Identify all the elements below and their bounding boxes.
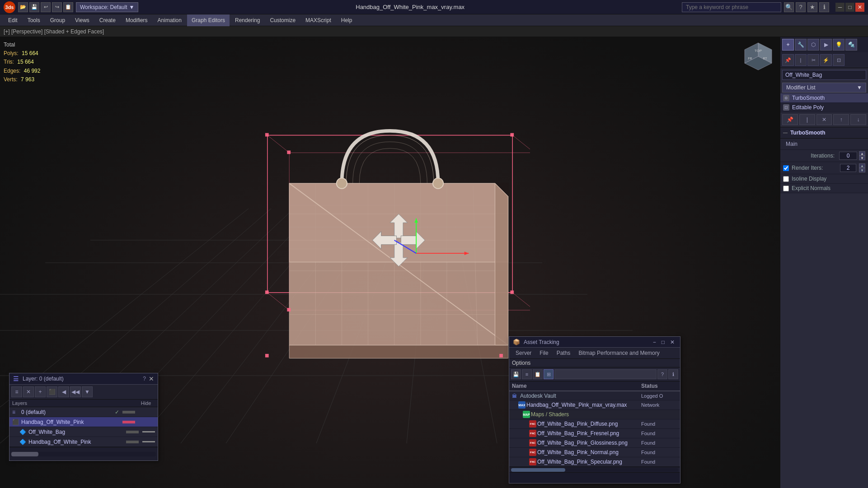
asset-menu-options[interactable]: Options xyxy=(512,359,530,367)
menu-edit[interactable]: Edit xyxy=(4,14,22,26)
pin-stack-button[interactable]: 📌 xyxy=(782,114,798,125)
delete-mod-button[interactable]: ✕ xyxy=(816,114,832,125)
modifier-stack: ⊛ TurboSmooth ⊡ Editable Poly xyxy=(780,93,868,112)
menu-rendering[interactable]: Rendering xyxy=(230,14,264,26)
layer-item[interactable]: ⬛ Handbag_Off_White_Pink xyxy=(9,417,158,427)
asset-row-fresnel[interactable]: FNC Off_White_Bag_Pink_Fresnel.png Found xyxy=(509,429,680,438)
menu-maxscript[interactable]: MAXScript xyxy=(301,14,336,26)
asset-row-diffuse[interactable]: FNC Off_White_Bag_Pink_Diffuse.png Found xyxy=(509,419,680,429)
layer-close-button[interactable]: ✕ xyxy=(149,375,154,382)
undo-button[interactable]: ↩ xyxy=(41,2,51,12)
layer-dialog: ☰ Layer: 0 (default) ? ✕ ≡ ✕ + ⬛ ◀ ◀◀ xyxy=(9,373,158,461)
layer-arrow1-button[interactable]: ◀ xyxy=(58,386,69,397)
asset-close-button[interactable]: ✕ xyxy=(668,339,676,345)
asset-help-button[interactable]: ? xyxy=(657,369,667,379)
motion-tab[interactable]: ▶ xyxy=(820,39,832,51)
menu-customize[interactable]: Customize xyxy=(265,14,300,26)
layer-expand-button[interactable]: ⬛ xyxy=(47,386,57,397)
menu-graph-editors[interactable]: Graph Editors xyxy=(187,14,230,26)
search-icon[interactable]: 🔍 xyxy=(784,2,794,12)
show-hide-button[interactable]: | xyxy=(799,114,815,125)
move-down-button[interactable]: ↓ xyxy=(850,114,866,125)
layer-scrollbar[interactable] xyxy=(9,447,158,460)
layer-menu-button[interactable]: ≡ xyxy=(11,386,22,397)
asset-menu-paths[interactable]: Paths xyxy=(553,349,574,357)
object-name-input[interactable] xyxy=(782,70,866,80)
layer-delete-button[interactable]: ✕ xyxy=(23,386,34,397)
asset-row-vault[interactable]: 🏛 Autodesk Vault Logged O xyxy=(509,391,680,400)
asset-save-button[interactable]: 💾 xyxy=(511,369,521,379)
menu-tools[interactable]: Tools xyxy=(23,14,45,26)
asset-scrollbar[interactable] xyxy=(509,467,680,472)
hierarchy-tab[interactable]: ⬡ xyxy=(807,39,819,51)
asset-menu-file[interactable]: File xyxy=(536,349,552,357)
utilities-tab[interactable]: 🔩 xyxy=(845,39,857,51)
main-label-row: Main xyxy=(780,139,868,150)
asset-minimize-button[interactable]: − xyxy=(651,339,658,345)
modifier-editable-poly[interactable]: ⊡ Editable Poly xyxy=(780,103,868,112)
redo-button[interactable]: ↪ xyxy=(52,2,62,12)
layer-item[interactable]: 🔷 Handbag_Off_White_Pink xyxy=(9,437,158,447)
iterations-input[interactable] xyxy=(839,152,857,160)
asset-row-specular[interactable]: FNC Off_White_Bag_Pink_Specular.png Foun… xyxy=(509,457,680,467)
copy-button[interactable]: 📋 xyxy=(63,2,73,12)
layer-arrow3-button[interactable]: ▼ xyxy=(82,386,93,397)
layer-item[interactable]: 🔷 Off_White_Bag xyxy=(9,427,158,437)
asset-row-maps[interactable]: MAP Maps / Shaders xyxy=(509,410,680,419)
turbosmooth-header[interactable]: ─ TurboSmooth xyxy=(780,127,868,139)
asset-menu-bitmap[interactable]: Bitmap Performance and Memory xyxy=(575,349,663,357)
mod-sel4-icon[interactable]: ⊡ xyxy=(833,54,845,66)
asset-menu-server[interactable]: Server xyxy=(512,349,535,357)
isoline-checkbox[interactable] xyxy=(783,176,789,182)
asset-row-glossiness[interactable]: FNC Off_White_Bag_Pink_Glossiness.png Fo… xyxy=(509,438,680,448)
search-input[interactable] xyxy=(682,2,781,12)
layer-arrow2-button[interactable]: ◀◀ xyxy=(70,386,81,397)
mod-sel3-icon[interactable]: ⚡ xyxy=(820,54,832,66)
save-button[interactable]: 💾 xyxy=(29,2,39,12)
open-button[interactable]: 📂 xyxy=(18,2,28,12)
render-iters-checkbox[interactable] xyxy=(783,165,789,171)
asset-maximize-button[interactable]: □ xyxy=(660,339,666,345)
asset-list-button[interactable]: ≡ xyxy=(522,369,532,379)
help-icon[interactable]: ? xyxy=(796,2,806,12)
render-iters-input[interactable] xyxy=(840,164,856,172)
menu-modifiers[interactable]: Modifiers xyxy=(121,14,152,26)
asset-grid-button[interactable]: 📋 xyxy=(533,369,543,379)
create-tab[interactable]: ✦ xyxy=(782,39,794,51)
modify-tab[interactable]: 🔧 xyxy=(795,39,807,51)
star-icon[interactable]: ★ xyxy=(807,2,817,12)
asset-info-button[interactable]: ℹ xyxy=(668,369,678,379)
mod-pin-icon[interactable]: 📌 xyxy=(782,54,794,66)
layer-help-button[interactable]: ? xyxy=(143,376,146,382)
viewport[interactable]: Total Polys: 15 664 Tris: 15 664 Edges: … xyxy=(0,37,780,488)
layer-add-button[interactable]: + xyxy=(35,386,46,397)
menu-group[interactable]: Group xyxy=(46,14,70,26)
display-tab[interactable]: 💡 xyxy=(833,39,845,51)
minimize-button[interactable]: ─ xyxy=(835,3,845,12)
asset-detail-button[interactable]: ⊞ xyxy=(544,369,554,379)
workspace-selector[interactable]: Workspace: Default ▼ xyxy=(76,2,138,12)
view-cube[interactable]: TOP FR RT xyxy=(740,41,776,77)
right-panel: ✦ 🔧 ⬡ ▶ 💡 🔩 📌 | ✂ ⚡ ⊡ Modifier List ▼ ⊛ … xyxy=(780,37,868,488)
menu-help[interactable]: Help xyxy=(337,14,357,26)
asset-row-normal[interactable]: FNC Off_White_Bag_Pink_Normal.png Found xyxy=(509,448,680,457)
move-up-button[interactable]: ↑ xyxy=(833,114,849,125)
mod-sel2-icon[interactable]: ✂ xyxy=(807,54,819,66)
iterations-up[interactable]: ▲ xyxy=(859,151,865,156)
maximize-button[interactable]: □ xyxy=(845,3,854,12)
iterations-down[interactable]: ▼ xyxy=(859,156,865,160)
info-icon[interactable]: ℹ xyxy=(819,2,829,12)
layer-item[interactable]: ≡ 0 (default) ✓ xyxy=(9,407,158,417)
asset-row-max[interactable]: MAX Handbag_Off_White_Pink_max_vray.max … xyxy=(509,400,680,410)
menu-views[interactable]: Views xyxy=(70,14,94,26)
menu-create[interactable]: Create xyxy=(95,14,120,26)
explicit-normals-checkbox[interactable] xyxy=(783,186,789,191)
close-button[interactable]: ✕ xyxy=(855,3,864,12)
render-iters-down[interactable]: ▼ xyxy=(859,168,865,172)
command-panel-icons: ✦ 🔧 ⬡ ▶ 💡 🔩 xyxy=(780,37,868,52)
mod-sel1-icon[interactable]: | xyxy=(795,54,807,66)
render-iters-up[interactable]: ▲ xyxy=(859,163,865,168)
modifier-list-dropdown[interactable]: Modifier List ▼ xyxy=(782,83,866,93)
modifier-turbosmooth[interactable]: ⊛ TurboSmooth xyxy=(780,93,868,103)
menu-animation[interactable]: Animation xyxy=(153,14,186,26)
